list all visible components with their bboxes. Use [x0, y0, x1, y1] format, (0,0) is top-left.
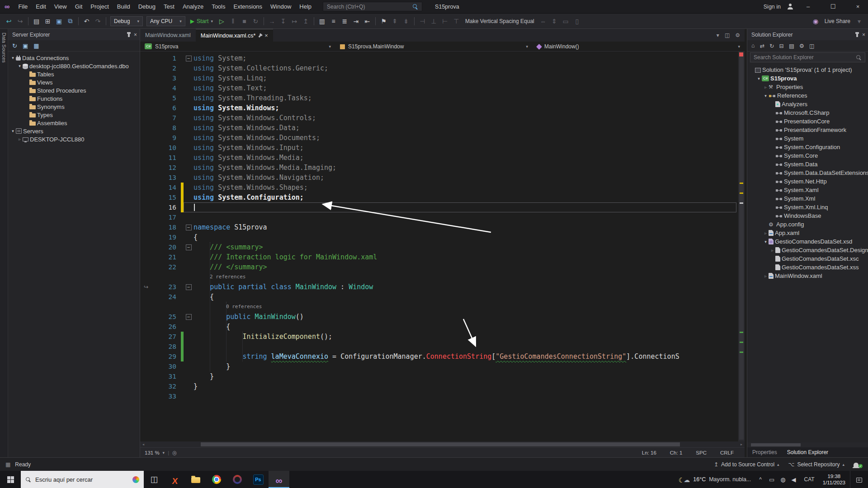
code-line[interactable]: 8using System.Windows.Data; — [140, 123, 738, 133]
sync-with-active-document-icon[interactable]: ⇄ — [760, 42, 764, 49]
notifications-button[interactable]: ✓ — [854, 461, 863, 468]
tab-list-chevron-icon[interactable]: ▾ — [717, 32, 719, 38]
code-line[interactable]: 25– public MainWindow() — [140, 312, 738, 322]
home-icon[interactable]: ⌂ — [751, 42, 755, 49]
code-line[interactable]: 26 { — [140, 322, 738, 332]
chrome-app[interactable] — [206, 471, 227, 488]
code-line[interactable]: 33 — [140, 391, 738, 401]
scrollbar-thumb[interactable] — [739, 52, 744, 440]
menu-item-tools[interactable]: Tools — [208, 0, 229, 13]
refresh-icon[interactable]: ↻ — [769, 42, 774, 49]
platform-dropdown[interactable]: Any CPU▾ — [146, 16, 185, 26]
step-out-icon[interactable]: ↥ — [301, 16, 311, 27]
step-into-icon[interactable]: ↧ — [278, 16, 288, 27]
taskbar-search-box[interactable]: Escriu aquí per cercar — [21, 471, 144, 488]
code-line[interactable]: 6using System.Windows; — [140, 103, 738, 113]
menu-item-analyze[interactable]: Analyze — [179, 0, 208, 13]
menu-item-project[interactable]: Project — [86, 0, 113, 13]
visual-studio-app[interactable]: ∞ — [269, 471, 289, 488]
editor-tab[interactable]: MainWindow.xaml — [140, 29, 196, 42]
horizontal-spacing-icon[interactable]: ⇔ — [538, 16, 548, 27]
show-next-statement-icon[interactable]: → — [267, 16, 277, 27]
tree-item[interactable]: Microsoft.CSharp — [747, 108, 868, 117]
vertical-scrollbar[interactable] — [738, 52, 745, 441]
code-line[interactable]: 19{ — [140, 232, 738, 242]
close-icon[interactable]: × — [264, 32, 268, 39]
chevron-expanded-icon[interactable]: ▾ — [763, 239, 769, 244]
quick-search-box[interactable]: Search (Ctrl+Q) — [323, 2, 422, 11]
fold-collapse-icon[interactable]: – — [186, 56, 192, 61]
code-line[interactable]: 22 /// </summary> — [140, 262, 738, 272]
tool-tab-solution-explorer[interactable]: Solution Explorer — [782, 449, 833, 455]
breadcrumb-segment[interactable]: S15prova.MainWindow▾ — [335, 42, 533, 51]
chevron-expanded-icon[interactable]: ▾ — [17, 64, 23, 68]
menu-item-file[interactable]: File — [14, 0, 32, 13]
code-line[interactable]: 21 /// Interaction logic for MainWindow.… — [140, 252, 738, 262]
codelens-references[interactable]: 2 references — [193, 272, 245, 282]
tree-item[interactable]: ▹DESKTOP-JCCL880 — [8, 135, 140, 143]
tree-item[interactable]: ▹MainWindow.xaml — [747, 272, 868, 280]
redo-icon[interactable]: ↷ — [93, 16, 103, 27]
minimize-button[interactable]: – — [798, 0, 818, 14]
code-line[interactable]: 31 } — [140, 371, 738, 381]
code-line[interactable]: 24 { — [140, 292, 738, 302]
pin-icon[interactable] — [128, 33, 130, 37]
close-icon[interactable]: × — [134, 32, 137, 38]
code-line[interactable]: 28 — [140, 342, 738, 352]
code-line[interactable]: 27 InitializeComponent(); — [140, 332, 738, 342]
properties-icon[interactable]: ⚙ — [799, 42, 804, 49]
tree-item[interactable]: ▾desktop-jccl880.GestioComandes.dbo — [8, 62, 140, 70]
next-bookmark-icon[interactable]: ⇟ — [401, 16, 411, 27]
tree-item[interactable]: System.Data — [747, 160, 868, 169]
tree-item[interactable]: GestioComandesDataSet.xsc — [747, 254, 868, 263]
pin-icon[interactable] — [259, 34, 262, 38]
breadcrumb-segment[interactable]: MainWindow()▾ — [533, 42, 745, 51]
navigate-forward-icon[interactable]: ↪ — [15, 16, 25, 27]
indent-icon[interactable]: ⇥ — [351, 16, 361, 27]
pin-icon[interactable] — [856, 33, 858, 37]
code-line[interactable]: 2using System.Collections.Generic; — [140, 63, 738, 73]
pause-icon[interactable]: ‖ — [228, 16, 238, 27]
tree-item[interactable]: Assemblies — [8, 119, 140, 127]
tree-item[interactable]: System.Net.Http — [747, 177, 868, 186]
code-line[interactable]: 29 string laMevaConnexio = Configuration… — [140, 352, 738, 361]
code-line[interactable]: 7using System.Windows.Controls; — [140, 113, 738, 123]
menu-item-debug[interactable]: Debug — [134, 0, 160, 13]
code-line[interactable]: 12using System.Windows.Media.Imaging; — [140, 163, 738, 173]
same-height-icon[interactable]: ▯ — [572, 16, 582, 27]
tree-item[interactable]: System.Configuration — [747, 143, 868, 151]
fold-collapse-icon[interactable]: – — [186, 244, 192, 250]
chevron-expanded-icon[interactable]: ▾ — [10, 129, 16, 133]
uncomment-icon[interactable]: ≣ — [340, 16, 350, 27]
tree-item[interactable]: System.Core — [747, 151, 868, 160]
volume-icon[interactable]: ◀ — [792, 476, 796, 483]
code-line[interactable]: 18–namespace S15prova — [140, 222, 738, 232]
menu-item-test[interactable]: Test — [160, 0, 179, 13]
tree-item[interactable]: Types — [8, 111, 140, 119]
chevron-collapsed-icon[interactable]: ▹ — [763, 231, 769, 235]
chevron-collapsed-icon[interactable]: ▹ — [763, 274, 769, 278]
red-x-app[interactable]: X — [165, 471, 185, 488]
hidden-icons-chevron[interactable]: ^ — [756, 476, 764, 483]
tree-item[interactable]: GestioComandesDataSet.xss — [747, 263, 868, 272]
show-all-files-icon[interactable]: ▤ — [789, 42, 794, 49]
code-line[interactable]: ↪23– public partial class MainWindow : W… — [140, 282, 738, 292]
comment-icon[interactable]: ≡ — [328, 16, 339, 27]
add-to-source-control-button[interactable]: ↥ Add to Source Control ▴ — [714, 461, 779, 468]
align-left-icon[interactable]: ⊣ — [417, 16, 428, 27]
menu-item-extensions[interactable]: Extensions — [230, 0, 267, 13]
save-icon[interactable]: ▣ — [54, 16, 64, 27]
tree-item[interactable]: ▾GestioComandesDataSet.xsd — [747, 237, 868, 246]
code-line[interactable]: 9using System.Windows.Documents; — [140, 133, 738, 143]
tree-item[interactable]: Tables — [8, 70, 140, 78]
weather-widget[interactable]: ☾ ☁ 16°C Mayorm. nubla... — [673, 476, 756, 483]
menu-item-edit[interactable]: Edit — [32, 0, 50, 13]
maximize-button[interactable]: ☐ — [823, 0, 843, 14]
tree-item[interactable]: ▾C#S15prova — [747, 74, 868, 83]
chevron-collapsed-icon[interactable]: ▹ — [763, 85, 769, 89]
undo-icon[interactable]: ↶ — [81, 16, 92, 27]
tree-item[interactable]: System.Xml.Linq — [747, 203, 868, 211]
chevron-expanded-icon[interactable]: ▾ — [756, 76, 762, 81]
data-sources-side-tab[interactable]: Data Sources — [0, 29, 8, 457]
network-icon[interactable]: ◍ — [780, 476, 785, 483]
